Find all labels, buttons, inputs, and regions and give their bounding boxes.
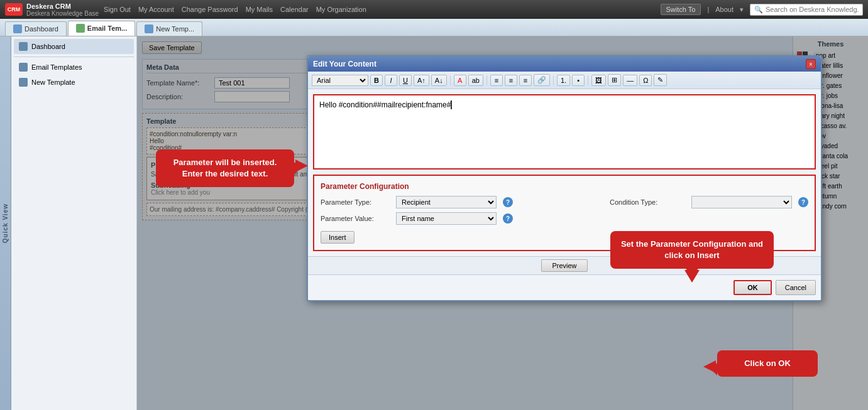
top-navigation: Sign Out My Account Change Password My M… (104, 6, 366, 13)
callout2-arrow (684, 270, 700, 283)
param-type-info-icon[interactable]: ? (503, 197, 513, 207)
text-cursor (451, 100, 452, 109)
align-center-button[interactable]: ≡ (505, 75, 517, 86)
font-size-decrease-button[interactable]: A↓ (431, 75, 447, 86)
nav-myaccount[interactable]: My Account (138, 6, 174, 13)
toolbar-separator-2 (486, 75, 487, 85)
insert-button[interactable]: Insert (321, 231, 354, 244)
search-box: 🔍 (750, 4, 863, 16)
callout-set-parameter: Set the Parameter Configuration and clic… (610, 231, 774, 269)
tab-email-templates-label: Email Tem... (87, 24, 127, 32)
new-template-icon (145, 24, 153, 33)
ordered-list-button[interactable]: 1. (557, 75, 570, 86)
font-color-button[interactable]: A (454, 75, 466, 86)
italic-button[interactable]: I (385, 75, 397, 86)
tab-bar: Dashboard Email Tem... New Temp... (0, 19, 868, 36)
logo-icon: CRM (5, 3, 23, 16)
ok-button[interactable]: OK (733, 280, 772, 295)
param-type-select[interactable]: Recipient Company Other (396, 196, 497, 208)
param-config-title: Parameter Configuration (321, 182, 808, 191)
switch-to-button[interactable]: Switch To (661, 4, 701, 15)
modal-titlebar: Edit Your Content × (308, 57, 821, 72)
bold-button[interactable]: B (370, 75, 383, 86)
param-value-row: Parameter Value: First name Last name Em… (321, 212, 808, 225)
nav-myorg[interactable]: My Organization (316, 6, 366, 13)
modal-footer: OK Cancel (308, 274, 821, 300)
param-value-label: Parameter Value: (321, 215, 390, 222)
logo-area: CRM Deskera CRM Deskera Knowledge Base (5, 3, 99, 17)
param-type-label: Parameter Type: (321, 198, 390, 206)
preview-button[interactable]: Preview (541, 259, 587, 272)
highlight-button[interactable]: ab (468, 75, 483, 86)
callout2-text: Set the Parameter Configuration and clic… (621, 239, 763, 260)
top-bar-left: CRM Deskera CRM Deskera Knowledge Base S… (5, 3, 366, 17)
dashboard-sidebar-icon (19, 42, 28, 51)
callout3-arrow (703, 360, 716, 373)
tab-new-template[interactable]: New Temp... (136, 21, 202, 36)
modal-close-button[interactable]: × (806, 59, 816, 69)
tab-dashboard[interactable]: Dashboard (5, 21, 67, 36)
editor-content-area[interactable]: Hello #condition##mailrecipient:fname# (313, 94, 816, 170)
tab-new-template-label: New Temp... (156, 25, 194, 33)
condition-type-label: Condition Type: (610, 198, 685, 206)
main-layout: Quick View Dashboard Email Templates New… (0, 36, 868, 410)
condition-type-select[interactable] (691, 196, 792, 208)
sidebar-new-template-label: New Template (31, 78, 75, 86)
main-content: Save Template Meta Data Template Name*: … (137, 36, 868, 410)
link-button[interactable]: 🔗 (534, 74, 550, 86)
hr-button[interactable]: — (623, 75, 637, 86)
condition-type-info-icon[interactable]: ? (798, 197, 808, 207)
param-type-row: Parameter Type: Recipient Company Other … (321, 196, 808, 208)
source-button[interactable]: ✎ (654, 74, 667, 86)
table-button[interactable]: ⊞ (608, 74, 621, 86)
callout-parameter-inserted: Parameter will be inserted. Enter the de… (156, 149, 294, 187)
special-char-button[interactable]: Ω (639, 75, 652, 86)
editor-text: Hello #condition##mailrecipient:fname# (319, 100, 452, 109)
sidebar-item-dashboard[interactable]: Dashboard (14, 39, 134, 54)
nav-calendar[interactable]: Calendar (280, 6, 309, 13)
unordered-list-button[interactable]: • (572, 75, 585, 86)
email-templates-icon (76, 24, 85, 33)
font-select[interactable]: Arial (312, 75, 368, 86)
nav-changepassword[interactable]: Change Password (182, 6, 238, 13)
sidebar-divider-1 (14, 57, 134, 57)
tab-email-templates[interactable]: Email Tem... (68, 21, 135, 36)
align-left-button[interactable]: ≡ (490, 75, 503, 86)
callout3-text: Click on OK (744, 359, 791, 368)
new-template-sidebar-icon (19, 78, 28, 87)
search-icon: 🔍 (754, 6, 763, 14)
sidebar-email-templates-label: Email Templates (31, 63, 82, 71)
align-right-button[interactable]: ≡ (519, 75, 532, 86)
nav-signout[interactable]: Sign Out (104, 6, 131, 13)
cancel-button[interactable]: Cancel (776, 280, 816, 295)
editor-toolbar: Arial B I U A↑ A↓ A ab ≡ ≡ ≡ 🔗 1. • 🖼 (308, 72, 821, 89)
sidebar-dashboard-label: Dashboard (31, 43, 65, 50)
modal-title: Edit Your Content (313, 60, 376, 68)
underline-button[interactable]: U (399, 75, 412, 86)
email-templates-sidebar-icon (19, 63, 28, 72)
param-value-select[interactable]: First name Last name Email (396, 212, 497, 225)
toolbar-separator-3 (553, 75, 554, 85)
search-input[interactable] (766, 6, 859, 13)
brand-name: Deskera CRM (26, 3, 99, 10)
logo-text: CRM (8, 6, 21, 13)
left-sidebar: Dashboard Email Templates New Template (11, 36, 137, 410)
toolbar-separator-4 (588, 75, 588, 85)
image-button[interactable]: 🖼 (591, 75, 606, 86)
callout-click-ok: Click on OK (717, 350, 818, 377)
tab-dashboard-label: Dashboard (25, 25, 58, 33)
nav-mymails[interactable]: My Mails (246, 6, 273, 13)
knowledge-base-label: Deskera Knowledge Base (26, 10, 99, 17)
sidebar-item-email-templates[interactable]: Email Templates (14, 60, 134, 75)
font-size-increase-button[interactable]: A↑ (414, 75, 429, 86)
top-bar: CRM Deskera CRM Deskera Knowledge Base S… (0, 0, 868, 19)
quick-view-panel[interactable]: Quick View (0, 36, 11, 410)
callout1-text: Parameter will be inserted. Enter the de… (173, 158, 277, 178)
callout1-arrow (295, 159, 308, 172)
sidebar-item-new-template[interactable]: New Template (14, 75, 134, 90)
quick-view-label: Quick View (2, 203, 9, 243)
dashboard-icon (13, 24, 22, 33)
about-button[interactable]: About (715, 6, 733, 13)
param-value-info-icon[interactable]: ? (503, 213, 513, 224)
toolbar-separator-1 (450, 75, 451, 85)
